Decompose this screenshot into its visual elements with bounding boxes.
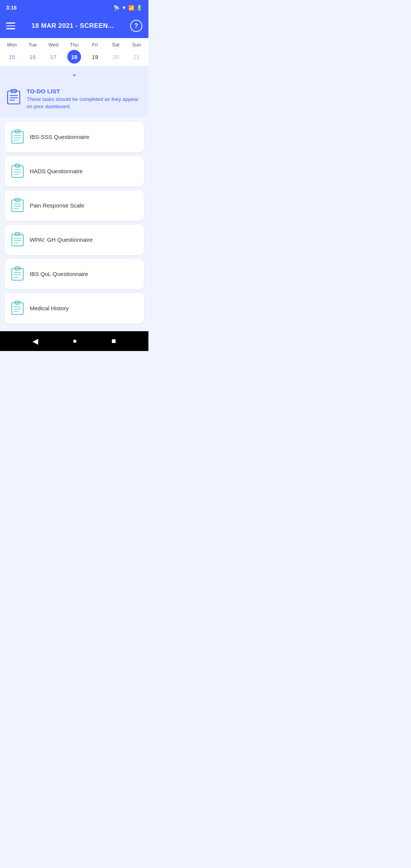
calendar-day-wed[interactable]: Wed17 <box>44 42 63 64</box>
day-number[interactable]: 18 <box>67 50 81 64</box>
day-number[interactable]: 21 <box>130 50 143 64</box>
svg-rect-26 <box>15 233 20 236</box>
task-clipboard-icon-ibs-qol <box>11 266 24 282</box>
calendar: Mon15Tue16Wed17Thu18Fri19Sat20Sun21 <box>0 38 148 66</box>
status-bar: 3:16 📡 ▼ 📶 🔋 <box>0 0 148 14</box>
task-list: IBS-SSS Questionnaire HADS Questionnaire… <box>0 122 148 331</box>
signal-icon: 📶 <box>128 5 134 11</box>
help-button[interactable]: ? <box>130 20 142 32</box>
calendar-day-thu[interactable]: Thu18 <box>65 42 84 64</box>
day-number[interactable]: 17 <box>46 50 60 64</box>
task-clipboard-icon-hads <box>11 163 24 180</box>
task-clipboard-icon-pain-response <box>11 197 24 214</box>
task-card-medical-history[interactable]: Medical History <box>5 293 144 324</box>
notification-icon: 📡 <box>113 5 119 11</box>
day-number[interactable]: 15 <box>5 50 19 64</box>
task-label-wpai-gh: WPAI: GH Questionnaire <box>30 236 93 243</box>
calendar-day-sun[interactable]: Sun21 <box>127 42 146 64</box>
header: 18 MAR 2021 - SCREEN... ? <box>0 14 148 38</box>
day-number[interactable]: 16 <box>26 50 40 64</box>
task-card-hads[interactable]: HADS Questionnaire <box>5 156 144 187</box>
day-name-label: Wed <box>48 42 59 48</box>
task-card-pain-response[interactable]: Pain Response Scale <box>5 190 144 221</box>
home-button[interactable] <box>72 337 77 345</box>
todo-banner: TO-DO LIST These tasks should be complet… <box>0 81 148 117</box>
task-card-ibs-qol[interactable]: IBS QoL Questionnaire <box>5 259 144 289</box>
task-clipboard-icon-medical-history <box>11 300 24 317</box>
battery-icon: 🔋 <box>136 5 142 11</box>
page-title: 18 MAR 2021 - SCREEN... <box>32 22 114 30</box>
task-label-hads: HADS Questionnaire <box>30 168 83 174</box>
chevron-down-icon: ⌄ <box>71 69 78 78</box>
calendar-day-fri[interactable]: Fri19 <box>86 42 105 64</box>
todo-subtitle: These tasks should be completed as they … <box>27 96 142 110</box>
day-name-label: Tue <box>29 42 37 48</box>
task-label-ibs-sss: IBS-SSS Questionnaire <box>30 134 89 140</box>
status-icons: 📡 ▼ 📶 🔋 <box>113 5 142 11</box>
day-number[interactable]: 20 <box>109 50 123 64</box>
wifi-icon: ▼ <box>121 5 126 11</box>
day-name-label: Fri <box>92 42 98 48</box>
back-button[interactable] <box>32 337 38 346</box>
task-label-medical-history: Medical History <box>30 305 69 311</box>
todo-clipboard-icon <box>6 88 21 106</box>
svg-rect-0 <box>8 91 20 104</box>
collapse-row[interactable]: ⌄ <box>0 66 148 81</box>
svg-rect-38 <box>15 301 20 304</box>
status-time: 3:16 <box>6 5 17 11</box>
calendar-day-tue[interactable]: Tue16 <box>23 42 42 64</box>
svg-rect-32 <box>15 267 20 270</box>
recent-apps-button[interactable] <box>112 337 116 345</box>
svg-rect-20 <box>15 198 20 201</box>
day-name-label: Sun <box>132 42 141 48</box>
task-clipboard-icon-wpai-gh <box>11 231 24 248</box>
svg-rect-2 <box>11 89 16 93</box>
day-name-label: Thu <box>70 42 78 48</box>
task-label-ibs-qol: IBS QoL Questionnaire <box>30 271 88 277</box>
task-card-ibs-sss[interactable]: IBS-SSS Questionnaire <box>5 122 144 152</box>
todo-title: TO-DO LIST <box>27 88 142 94</box>
calendar-day-mon[interactable]: Mon15 <box>2 42 21 64</box>
task-label-pain-response: Pain Response Scale <box>30 202 84 209</box>
day-name-label: Mon <box>7 42 17 48</box>
svg-rect-14 <box>15 164 20 167</box>
bottom-nav-bar <box>0 331 148 351</box>
svg-rect-8 <box>15 130 20 133</box>
calendar-week-row: Mon15Tue16Wed17Thu18Fri19Sat20Sun21 <box>0 42 148 64</box>
task-clipboard-icon-ibs-sss <box>11 129 24 145</box>
todo-text-block: TO-DO LIST These tasks should be complet… <box>27 88 142 110</box>
day-name-label: Sat <box>112 42 119 48</box>
menu-button[interactable] <box>6 22 15 29</box>
calendar-day-sat[interactable]: Sat20 <box>106 42 125 64</box>
task-card-wpai-gh[interactable]: WPAI: GH Questionnaire <box>5 225 144 255</box>
day-number[interactable]: 19 <box>88 50 102 64</box>
